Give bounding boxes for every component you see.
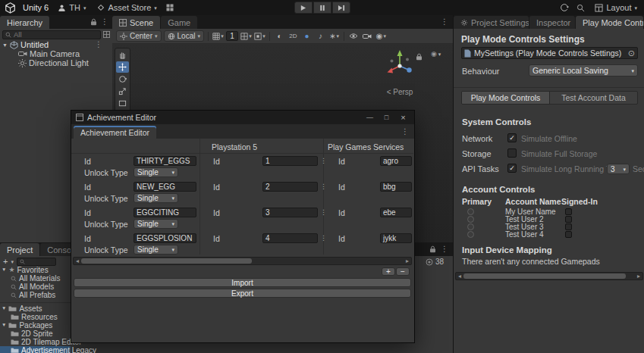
pivot-mode-dropdown[interactable]: Center ▾ xyxy=(116,30,162,42)
grid-size-field[interactable]: 1 xyxy=(226,31,238,41)
search-icon[interactable] xyxy=(576,4,585,12)
asset-store-menu[interactable]: Asset Store ▾ xyxy=(95,2,159,13)
item-count-badge[interactable]: 38 xyxy=(426,258,444,266)
drag-handle-icon[interactable]: ⋮ xyxy=(320,183,327,190)
signed-in-checkbox[interactable] xyxy=(565,231,572,238)
orientation-dropdown[interactable]: Local ▾ xyxy=(164,30,204,42)
tree-item-all-materials[interactable]: All Materials xyxy=(0,274,71,283)
play-button[interactable] xyxy=(294,2,313,14)
ps5-id-field[interactable]: 1 xyxy=(262,156,318,166)
api-tasks-duration-dropdown[interactable]: 3 ▾ xyxy=(607,164,630,174)
scroll-right-arrow[interactable]: ▸ xyxy=(635,273,642,280)
hierarchy-item-directional-light[interactable]: Directional Light xyxy=(0,58,112,67)
grid-visibility-icon[interactable]: ▾ xyxy=(212,30,224,42)
tree-item-assets[interactable]: ▼ Assets xyxy=(0,305,71,313)
object-picker-icon[interactable]: ⊙ xyxy=(628,48,635,58)
signed-in-checkbox[interactable] xyxy=(565,216,572,223)
pgs-id-field[interactable]: bbg xyxy=(380,182,412,192)
primary-radio[interactable] xyxy=(467,231,474,238)
rect-tool-button[interactable] xyxy=(116,98,129,109)
scene-menu-icon[interactable]: ⋮ xyxy=(95,41,112,48)
unlock-type-dropdown[interactable]: Single▾ xyxy=(134,193,178,203)
panel-menu-icon[interactable]: ⋮ xyxy=(436,18,453,26)
undo-history-icon[interactable] xyxy=(560,3,569,12)
unlock-type-dropdown[interactable]: Single▾ xyxy=(134,219,178,229)
foldout-icon[interactable]: ▼ xyxy=(2,323,6,328)
hierarchy-item-main-camera[interactable]: Main Camera xyxy=(0,49,112,58)
unlock-type-dropdown[interactable]: Single▾ xyxy=(134,245,178,255)
unlock-type-dropdown[interactable]: Single▾ xyxy=(134,167,178,177)
lighting-toggle-icon[interactable]: ● xyxy=(301,30,313,42)
primary-radio[interactable] xyxy=(467,216,474,223)
tree-item-all-prefabs[interactable]: All Prefabs xyxy=(0,291,71,299)
ps5-id-field[interactable]: 4 xyxy=(262,233,318,243)
gizmo-lock-icon[interactable] xyxy=(416,53,423,61)
drag-handle-icon[interactable]: ⋮ xyxy=(320,235,327,242)
tab-inspector[interactable]: Inspector xyxy=(529,16,575,29)
scroll-thumb[interactable] xyxy=(463,273,626,279)
tab-game[interactable]: Game xyxy=(161,16,197,29)
account-menu[interactable]: TH ▾ xyxy=(55,2,88,13)
foldout-icon[interactable]: ▼ xyxy=(2,306,6,311)
minimize-button[interactable]: — xyxy=(363,114,376,121)
panel-menu-icon[interactable]: ⋮ xyxy=(436,245,453,253)
tree-item-packages[interactable]: ▼ Packages xyxy=(0,321,71,330)
shading-mode-icon[interactable]: ◐ xyxy=(274,30,285,42)
services-grid-icon[interactable] xyxy=(166,4,174,11)
import-button[interactable]: Import xyxy=(74,278,411,287)
panel-menu-icon[interactable]: ⋮ xyxy=(396,128,414,136)
drag-handle-icon[interactable]: ⋮ xyxy=(320,158,327,164)
ps5-id-field[interactable]: 2 xyxy=(262,182,318,192)
foldout-icon[interactable]: ▼ xyxy=(2,42,8,48)
achievement-id-field[interactable]: THIRTY_EGGS xyxy=(134,156,196,166)
orientation-gizmo[interactable] xyxy=(382,47,417,83)
pgs-id-field[interactable]: jykk xyxy=(380,233,412,243)
simulate-full-storage-checkbox[interactable] xyxy=(507,148,517,158)
camera-settings-icon[interactable] xyxy=(362,30,373,42)
achievement-id-field[interactable]: EGGSPLOSION xyxy=(134,233,196,243)
move-tool-button[interactable] xyxy=(116,61,129,73)
tab-hierarchy[interactable]: Hierarchy xyxy=(0,16,49,29)
tab-play-mode-control[interactable]: Play Mode Control xyxy=(576,16,643,29)
close-button[interactable]: × xyxy=(397,113,410,122)
signed-in-checkbox[interactable] xyxy=(565,223,572,230)
behaviour-dropdown[interactable]: Generic Local Saving ▾ xyxy=(529,64,638,77)
primary-radio[interactable] xyxy=(467,208,474,215)
lock-icon[interactable] xyxy=(429,245,436,253)
tree-item-2d-tilemap-editor[interactable]: 2D Tilemap Editor xyxy=(0,338,71,346)
export-button[interactable]: Export xyxy=(74,289,411,298)
tab-project-settings[interactable]: Project Settings xyxy=(454,16,529,29)
scroll-left-arrow[interactable]: ◂ xyxy=(74,258,81,264)
drag-handle-icon[interactable]: ⋮ xyxy=(320,209,327,216)
scale-tool-button[interactable] xyxy=(116,86,129,97)
scroll-thumb[interactable] xyxy=(81,258,252,264)
create-asset-button[interactable]: + xyxy=(3,258,8,265)
projection-label[interactable]: < Persp xyxy=(382,88,417,96)
subtab-play-mode-controls[interactable]: Play Mode Controls xyxy=(462,92,549,104)
remove-row-button[interactable]: − xyxy=(396,267,410,276)
lock-icon[interactable] xyxy=(90,18,97,26)
simulate-offline-checkbox[interactable]: ✓ xyxy=(507,133,517,142)
tree-item-all-models[interactable]: All Models xyxy=(0,283,71,291)
settings-hscrollbar[interactable]: ◂ ▸ xyxy=(455,272,643,280)
achievement-id-field[interactable]: NEW_EGG xyxy=(134,182,196,192)
account-row[interactable]: Test User 2 xyxy=(454,216,644,223)
view-tool-button[interactable] xyxy=(116,49,129,61)
tree-item-advertisement-legacy[interactable]: Advertisement Legacy xyxy=(0,346,71,353)
subtab-test-account-data[interactable]: Test Account Data xyxy=(549,92,637,104)
gizmos-dropdown[interactable]: ◉ ▾ xyxy=(375,30,387,42)
tree-item-favorites[interactable]: ▼ ★ Favorites xyxy=(0,266,71,274)
audio-toggle-icon[interactable]: ♪ xyxy=(315,30,326,42)
foldout-icon[interactable]: ▼ xyxy=(2,267,6,273)
view-options[interactable]: ◉ ▾ xyxy=(431,50,441,58)
settings-object-field[interactable]: MySettings (Play Mode Controls Settings)… xyxy=(461,47,638,59)
panel-menu-icon[interactable]: ⋮ xyxy=(97,18,112,26)
pause-button[interactable] xyxy=(313,2,331,14)
tab-scene[interactable]: Scene xyxy=(112,16,160,29)
maximize-button[interactable]: □ xyxy=(380,114,393,121)
primary-radio[interactable] xyxy=(467,223,474,230)
hierarchy-search-input[interactable]: All xyxy=(2,30,101,39)
search-options-icon[interactable] xyxy=(103,31,110,38)
step-button[interactable] xyxy=(332,2,350,14)
simulate-long-running-tasks-checkbox[interactable]: ✓ xyxy=(507,164,517,173)
